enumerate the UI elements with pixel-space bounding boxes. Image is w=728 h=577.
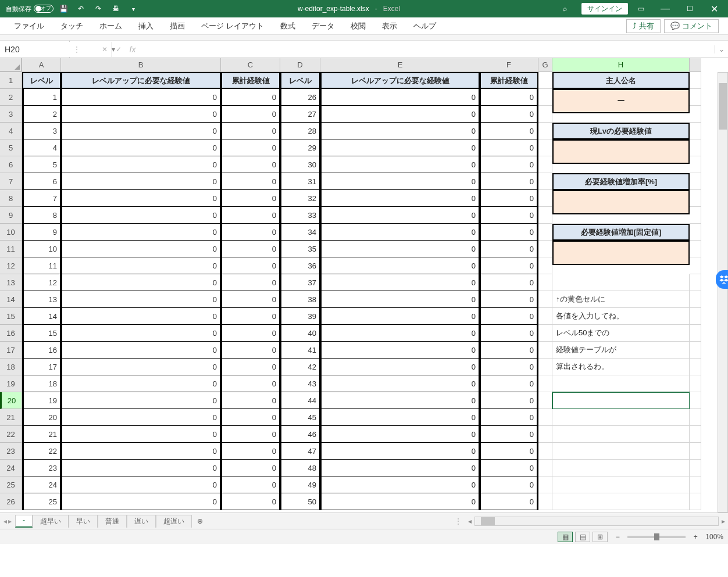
close-icon[interactable]: ✕ <box>702 0 726 17</box>
vscroll-thumb[interactable] <box>719 83 727 130</box>
cell-level[interactable]: 46 <box>280 426 320 443</box>
cell-need[interactable]: 0 <box>61 106 221 123</box>
cell-g[interactable] <box>538 274 552 291</box>
cell-g[interactable] <box>538 190 552 207</box>
share-button[interactable]: ⤴共有 <box>626 19 661 33</box>
cell-cum[interactable]: 0 <box>480 325 538 342</box>
tab-表示[interactable]: 表示 <box>374 18 405 34</box>
cell-need[interactable]: 0 <box>320 375 480 392</box>
active-cell[interactable] <box>552 392 690 409</box>
cell-cum[interactable]: 0 <box>480 359 538 375</box>
cell-cum[interactable]: 0 <box>221 89 280 106</box>
row-header[interactable]: 7 <box>0 173 22 190</box>
row-header[interactable]: 10 <box>0 224 22 241</box>
cell-need[interactable]: 0 <box>61 89 221 106</box>
cell-need[interactable]: 0 <box>61 325 221 342</box>
name-box[interactable]: ▾ <box>0 41 70 58</box>
cell-level[interactable]: 25 <box>22 493 61 510</box>
cell-g[interactable] <box>538 493 552 510</box>
cell-cum[interactable]: 0 <box>221 460 280 476</box>
cell-h[interactable] <box>552 375 690 392</box>
tab-ホーム[interactable]: ホーム <box>91 18 130 34</box>
cell-cum[interactable]: 0 <box>480 241 538 257</box>
cell-need[interactable]: 0 <box>61 409 221 426</box>
ribbon-display-icon[interactable]: ▭ <box>629 0 652 17</box>
cell-level[interactable]: 49 <box>280 476 320 493</box>
cell-need[interactable]: 0 <box>320 173 480 190</box>
cell-level[interactable]: 32 <box>280 190 320 207</box>
row-header[interactable]: 15 <box>0 308 22 325</box>
cell-need[interactable]: 0 <box>320 89 480 106</box>
cell-cum[interactable]: 0 <box>221 156 280 173</box>
cell-cum[interactable]: 0 <box>221 190 280 207</box>
cell-level[interactable]: 48 <box>280 460 320 476</box>
cell-level[interactable]: 28 <box>280 123 320 139</box>
cell-cum[interactable]: 0 <box>480 123 538 139</box>
column-header[interactable]: B <box>61 58 221 72</box>
hscroll-right-icon[interactable]: ▸ <box>719 517 728 525</box>
cell-level[interactable]: 50 <box>280 493 320 510</box>
cell-level[interactable]: 5 <box>22 156 61 173</box>
cell-need[interactable]: 0 <box>61 190 221 207</box>
cell-need[interactable]: 0 <box>61 493 221 510</box>
cell-need[interactable]: 0 <box>61 426 221 443</box>
cell-g[interactable] <box>538 89 552 106</box>
cell-need[interactable]: 0 <box>320 392 480 409</box>
cell-need[interactable]: 0 <box>320 325 480 342</box>
cell-level[interactable]: 41 <box>280 342 320 359</box>
sheet-tab[interactable]: 超遅い <box>156 515 192 528</box>
cell-level[interactable]: 8 <box>22 207 61 224</box>
cell-g[interactable] <box>538 392 552 409</box>
cell-need[interactable]: 0 <box>61 392 221 409</box>
tab-ページ レイアウト[interactable]: ページ レイアウト <box>193 18 272 34</box>
row-header[interactable]: 23 <box>0 443 22 460</box>
cell-level[interactable]: 47 <box>280 443 320 460</box>
cell-need[interactable]: 0 <box>61 375 221 392</box>
cell-g[interactable] <box>538 257 552 274</box>
cell-cum[interactable]: 0 <box>480 207 538 224</box>
row-header[interactable]: 11 <box>0 241 22 257</box>
cell-need[interactable]: 0 <box>61 342 221 359</box>
cell-need[interactable]: 0 <box>320 460 480 476</box>
tab-タッチ[interactable]: タッチ <box>52 18 91 34</box>
zoom-level[interactable]: 100% <box>705 533 723 541</box>
cell-g[interactable] <box>538 207 552 224</box>
tab-ヘルプ[interactable]: ヘルプ <box>405 18 444 34</box>
cell-cum[interactable]: 0 <box>221 274 280 291</box>
cell-need[interactable]: 0 <box>320 291 480 308</box>
tab-ファイル[interactable]: ファイル <box>6 18 52 34</box>
tab-校閲[interactable]: 校閲 <box>342 18 374 34</box>
cell-cum[interactable]: 0 <box>221 123 280 139</box>
cell-level[interactable]: 26 <box>280 89 320 106</box>
cell-cum[interactable]: 0 <box>480 460 538 476</box>
cell-need[interactable]: 0 <box>320 224 480 241</box>
cell-level[interactable]: 15 <box>22 325 61 342</box>
cell-cum[interactable]: 0 <box>221 308 280 325</box>
hscroll-handle-icon[interactable]: ⋮ <box>451 517 465 525</box>
cell-cum[interactable]: 0 <box>480 375 538 392</box>
cell-g[interactable] <box>538 123 552 139</box>
cell-cum[interactable]: 0 <box>480 443 538 460</box>
cell-cum[interactable]: 0 <box>480 156 538 173</box>
cell-h[interactable] <box>552 460 690 476</box>
zoom-slider[interactable] <box>627 536 686 538</box>
cell-need[interactable]: 0 <box>320 443 480 460</box>
cell-cum[interactable]: 0 <box>480 173 538 190</box>
cell-g[interactable] <box>538 375 552 392</box>
cell-h[interactable] <box>552 409 690 426</box>
cell-level[interactable]: 3 <box>22 123 61 139</box>
row-header[interactable]: 6 <box>0 156 22 173</box>
cancel-icon[interactable]: ✕ <box>102 45 108 53</box>
autosave-toggle[interactable]: 自動保存 オフ <box>6 5 53 13</box>
cell-cum[interactable]: 0 <box>480 106 538 123</box>
cell-need[interactable]: 0 <box>61 139 221 156</box>
cell-level[interactable]: 18 <box>22 375 61 392</box>
cell-cum[interactable]: 0 <box>480 426 538 443</box>
side-value-incfix[interactable] <box>552 241 690 265</box>
cell-level[interactable]: 2 <box>22 106 61 123</box>
row-header[interactable]: 8 <box>0 190 22 207</box>
cell-level[interactable]: 20 <box>22 409 61 426</box>
cell-level[interactable]: 44 <box>280 392 320 409</box>
cell-level[interactable]: 21 <box>22 426 61 443</box>
cell-g[interactable] <box>538 291 552 308</box>
